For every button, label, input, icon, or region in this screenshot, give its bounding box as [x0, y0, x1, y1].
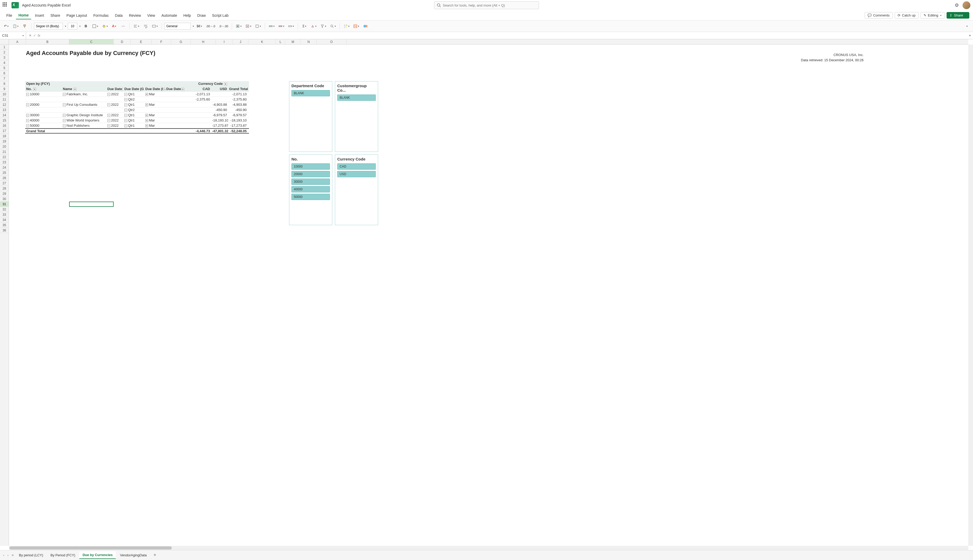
format-rows-button[interactable]: ▾	[287, 23, 295, 30]
font-name-select[interactable]	[34, 23, 63, 30]
catchup-button[interactable]: ⟳Catch up	[895, 12, 918, 18]
formula-input[interactable]	[43, 32, 967, 39]
svg-rect-3	[24, 26, 25, 28]
editing-button[interactable]: ✎Editing▾	[921, 12, 945, 18]
excel-logo-icon	[12, 2, 19, 8]
conditional-format-button[interactable]: ▾	[343, 23, 351, 30]
menu-data[interactable]: Data	[112, 12, 125, 19]
merge-button[interactable]: ▾	[151, 23, 159, 30]
title-bar: Aged Accounts Payable Excel ⚙	[0, 0, 973, 10]
menu-file[interactable]: File	[4, 12, 15, 19]
autosum-button[interactable]: Σ▾	[301, 23, 308, 30]
separator	[298, 23, 298, 29]
chevron-down-icon: ▾	[283, 25, 284, 27]
menu-formulas[interactable]: Formulas	[91, 12, 111, 19]
svg-rect-9	[152, 25, 155, 27]
chevron-down-icon: ▾	[250, 25, 252, 27]
more-font-button[interactable]: ⋯	[119, 23, 127, 30]
font-size-select[interactable]	[68, 23, 77, 30]
ribbon: ↶▾ 📋▾ ▾ ▾ B ▾ ▾ A▾ ⋯ ▾ ▾ ▾ $€▾ .00→.0 .0…	[0, 20, 973, 32]
decrease-decimal-button[interactable]: .0→.00	[218, 23, 229, 30]
chevron-down-icon: ▾	[940, 14, 941, 17]
menu-insert[interactable]: Insert	[32, 12, 47, 19]
chevron-down-icon: ▾	[305, 25, 307, 27]
insert-rows-button[interactable]: ▾	[268, 23, 276, 30]
bold-button[interactable]: B	[82, 23, 90, 30]
fill-color-button[interactable]: ▾	[101, 23, 109, 30]
paste-button[interactable]: 📋▾	[12, 23, 20, 30]
chevron-down-icon: ▾	[7, 25, 8, 27]
wrap-text-button[interactable]	[142, 23, 149, 30]
catchup-icon: ⟳	[898, 13, 900, 17]
increase-decimal-button[interactable]: .00→.0	[205, 23, 216, 30]
search-icon	[437, 3, 441, 7]
delete-rows-button[interactable]: ▾	[277, 23, 285, 30]
chevron-down-icon: ▾	[107, 25, 108, 27]
chevron-down-icon: ▾	[115, 25, 116, 27]
expand-formula-icon[interactable]: ▾	[967, 33, 973, 37]
ribbon-collapse-button[interactable]: ▾	[963, 23, 970, 30]
copilot-button[interactable]	[362, 23, 369, 30]
comment-icon: 💬	[868, 13, 872, 17]
svg-rect-2	[23, 25, 26, 26]
comments-button[interactable]: 💬Comments	[865, 12, 893, 18]
delete-cells-button[interactable]: ▾	[244, 23, 252, 30]
svg-rect-16	[269, 26, 272, 27]
sort-filter-button[interactable]: ▾	[319, 23, 327, 30]
cancel-icon[interactable]: ✕	[29, 33, 32, 37]
svg-point-29	[365, 25, 368, 27]
name-box[interactable]: C31▾	[0, 32, 26, 39]
undo-button[interactable]: ↶▾	[3, 23, 10, 30]
menu-bar: File Home Insert Share Page Layout Formu…	[0, 10, 973, 20]
chevron-down-icon: ▾	[325, 25, 326, 27]
svg-rect-21	[344, 25, 345, 26]
enter-icon[interactable]: ✓	[33, 33, 36, 37]
app-launcher-icon[interactable]	[3, 2, 8, 8]
format-cells-button[interactable]: ▾	[254, 23, 262, 30]
svg-rect-15	[256, 25, 258, 27]
menu-script-lab[interactable]: Script Lab	[210, 12, 231, 19]
chevron-down-icon: ▾	[315, 25, 317, 27]
svg-line-20	[333, 27, 333, 28]
search-input[interactable]	[434, 1, 539, 9]
settings-icon[interactable]: ⚙	[955, 2, 959, 8]
user-avatar[interactable]	[963, 1, 970, 9]
format-table-button[interactable]: ▾	[352, 23, 360, 30]
find-button[interactable]: ▾	[329, 23, 337, 30]
separator	[340, 23, 340, 29]
formula-bar-buttons: ✕ ✓ fx	[26, 33, 43, 37]
svg-point-0	[437, 4, 440, 6]
chevron-down-icon: ▾	[65, 25, 66, 27]
currency-button[interactable]: $€▾	[196, 23, 203, 30]
share-icon: ⇪	[950, 13, 952, 17]
separator	[129, 23, 130, 29]
separator	[162, 23, 162, 29]
chevron-down-icon: ▾	[965, 14, 966, 17]
fx-icon[interactable]: fx	[38, 33, 40, 37]
clear-button[interactable]: ▾	[310, 23, 318, 30]
borders-button[interactable]: ▾	[91, 23, 99, 30]
menu-automate[interactable]: Automate	[159, 12, 180, 19]
search-wrap	[434, 1, 539, 9]
svg-line-1	[440, 6, 441, 7]
chevron-down-icon: ▾	[201, 25, 202, 27]
insert-cells-button[interactable]: ▾	[235, 23, 243, 30]
menu-review[interactable]: Review	[126, 12, 143, 19]
menu-page-layout[interactable]: Page Layout	[64, 12, 90, 19]
document-title[interactable]: Aged Accounts Payable Excel	[22, 3, 71, 7]
chevron-down-icon: ▾	[335, 25, 336, 27]
menu-view[interactable]: View	[145, 12, 158, 19]
menu-home[interactable]: Home	[16, 12, 32, 19]
number-format-select[interactable]	[165, 23, 191, 30]
menu-share[interactable]: Share	[48, 12, 63, 19]
svg-rect-24	[346, 27, 347, 28]
chevron-down-icon: ▾	[138, 25, 139, 27]
align-button[interactable]: ▾	[132, 23, 140, 30]
format-painter-button[interactable]	[21, 23, 28, 30]
menu-help[interactable]: Help	[181, 12, 193, 19]
menu-draw[interactable]: Draw	[195, 12, 208, 19]
share-button[interactable]: ⇪Share▾	[946, 12, 969, 18]
svg-rect-17	[279, 26, 282, 27]
titlebar-right: ⚙	[955, 1, 970, 9]
font-color-button[interactable]: A▾	[110, 23, 118, 30]
